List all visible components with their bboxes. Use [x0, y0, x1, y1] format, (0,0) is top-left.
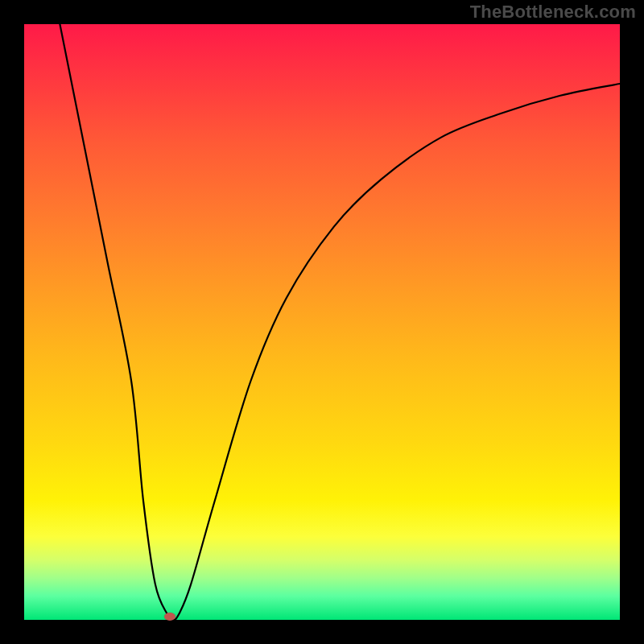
curve-layer	[24, 24, 620, 620]
watermark-text: TheBottleneck.com	[470, 2, 636, 23]
optimal-point-marker	[164, 613, 175, 621]
plot-area	[24, 24, 620, 620]
bottleneck-curve-path	[60, 24, 620, 620]
chart-frame: TheBottleneck.com	[0, 0, 644, 644]
